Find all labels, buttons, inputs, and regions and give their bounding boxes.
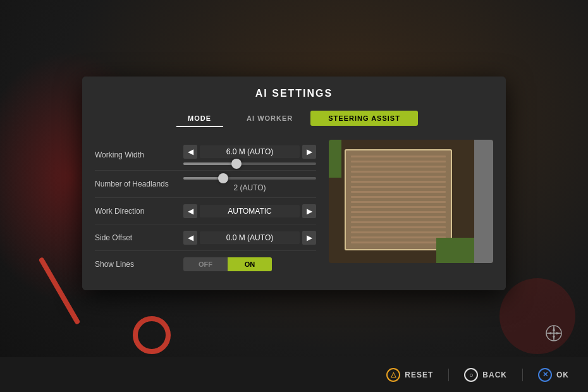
setting-row-work-direction: Work Direction ◀ AUTOMATIC ▶ bbox=[95, 198, 316, 224]
field-line-17 bbox=[351, 236, 446, 238]
setting-control-working-width: ◀ 6.0 M (AUTO) ▶ bbox=[183, 145, 316, 165]
field-line-15 bbox=[351, 226, 446, 228]
modal-body: Working Width ◀ 6.0 M (AUTO) ▶ bbox=[82, 133, 506, 290]
map-grass-topleft bbox=[329, 140, 341, 178]
setting-control-headlands: 2 (AUTO) bbox=[183, 176, 316, 192]
field-line-1 bbox=[351, 156, 446, 157]
setting-control-show-lines: OFF ON bbox=[183, 257, 316, 271]
divider-2 bbox=[522, 369, 523, 381]
setting-label-show-lines: Show Lines bbox=[95, 260, 183, 269]
arrow-left-icon: ◀ bbox=[188, 147, 193, 156]
tab-steering-assist[interactable]: STEERING ASSIST bbox=[310, 111, 418, 126]
map-preview bbox=[329, 140, 493, 263]
bottom-bar: △ RESET ○ BACK ✕ OK bbox=[0, 357, 588, 392]
back-action[interactable]: ○ BACK bbox=[464, 368, 507, 382]
reset-label: RESET bbox=[405, 371, 433, 379]
reset-icon: △ bbox=[386, 368, 400, 382]
slider-fill-working-width bbox=[183, 162, 236, 165]
arrow-right-icon-wd: ▶ bbox=[307, 207, 312, 216]
work-direction-increase-btn[interactable]: ▶ bbox=[302, 204, 316, 218]
field-line-3 bbox=[351, 166, 446, 168]
field-line-18 bbox=[351, 242, 446, 243]
triangle-symbol: △ bbox=[391, 371, 396, 379]
map-field bbox=[345, 149, 452, 250]
setting-row-headlands: Number of Headlands 2 (AUTO) bbox=[95, 171, 316, 198]
show-lines-on-btn[interactable]: ON bbox=[228, 257, 272, 271]
map-field-inner bbox=[351, 156, 446, 244]
reset-action[interactable]: △ RESET bbox=[386, 368, 433, 382]
ok-action[interactable]: ✕ OK bbox=[538, 368, 569, 382]
modal-title: AI SETTINGS bbox=[95, 88, 493, 99]
circle-symbol: ○ bbox=[469, 371, 474, 379]
setting-control-work-direction: ◀ AUTOMATIC ▶ bbox=[183, 204, 316, 218]
back-icon: ○ bbox=[464, 368, 478, 382]
field-line-9 bbox=[351, 196, 446, 198]
setting-row-working-width: Working Width ◀ 6.0 M (AUTO) ▶ bbox=[95, 140, 316, 171]
ok-label: OK bbox=[556, 371, 569, 379]
modal-overlay: AI SETTINGS MODE AI WORKER STEERING ASSI… bbox=[0, 0, 588, 392]
setting-label-work-direction: Work Direction bbox=[95, 207, 183, 216]
working-width-decrease-btn[interactable]: ◀ bbox=[183, 145, 197, 159]
field-line-12 bbox=[351, 211, 446, 213]
value-row-work-direction: ◀ AUTOMATIC ▶ bbox=[183, 204, 316, 218]
arrow-right-icon: ▶ bbox=[307, 147, 312, 156]
map-road bbox=[474, 140, 493, 263]
ok-icon: ✕ bbox=[538, 368, 552, 382]
side-offset-increase-btn[interactable]: ▶ bbox=[302, 231, 316, 245]
field-line-14 bbox=[351, 221, 446, 223]
cross-symbol: ✕ bbox=[542, 371, 548, 379]
ai-settings-modal: AI SETTINGS MODE AI WORKER STEERING ASSI… bbox=[82, 77, 506, 290]
setting-label-headlands: Number of Headlands bbox=[95, 180, 183, 188]
modal-header: AI SETTINGS bbox=[82, 77, 506, 106]
side-offset-value: 0.0 M (AUTO) bbox=[200, 231, 300, 244]
setting-label-side-offset: Side Offset bbox=[95, 233, 183, 242]
settings-panel: Working Width ◀ 6.0 M (AUTO) ▶ bbox=[95, 140, 329, 278]
tabs-row: MODE AI WORKER STEERING ASSIST bbox=[82, 106, 506, 133]
working-width-increase-btn[interactable]: ▶ bbox=[302, 145, 316, 159]
slider-fill-headlands bbox=[183, 177, 223, 180]
value-row-side-offset: ◀ 0.0 M (AUTO) ▶ bbox=[183, 231, 316, 245]
tab-ai-worker[interactable]: AI WORKER bbox=[229, 111, 310, 126]
setting-row-side-offset: Side Offset ◀ 0.0 M (AUTO) ▶ bbox=[95, 224, 316, 251]
field-lines bbox=[351, 156, 446, 244]
setting-label-working-width: Working Width bbox=[95, 150, 183, 159]
show-lines-off-btn[interactable]: OFF bbox=[183, 257, 228, 271]
field-line-5 bbox=[351, 176, 446, 178]
setting-control-side-offset: ◀ 0.0 M (AUTO) ▶ bbox=[183, 231, 316, 245]
work-direction-value: AUTOMATIC bbox=[200, 205, 300, 217]
working-width-value: 6.0 M (AUTO) bbox=[200, 145, 300, 158]
field-line-16 bbox=[351, 231, 446, 233]
divider-1 bbox=[448, 369, 449, 381]
slider-track-working-width bbox=[183, 162, 316, 165]
tab-mode[interactable]: MODE bbox=[170, 111, 229, 126]
field-line-6 bbox=[351, 181, 446, 183]
headlands-slider[interactable] bbox=[183, 177, 316, 180]
slider-track-headlands bbox=[183, 177, 316, 180]
headlands-value: 2 (AUTO) bbox=[183, 183, 316, 192]
field-line-13 bbox=[351, 216, 446, 218]
arrow-left-icon-so: ◀ bbox=[188, 233, 193, 242]
work-direction-decrease-btn[interactable]: ◀ bbox=[183, 204, 197, 218]
side-offset-decrease-btn[interactable]: ◀ bbox=[183, 231, 197, 245]
map-grass-bottomright bbox=[436, 238, 474, 263]
field-line-4 bbox=[351, 171, 446, 173]
field-line-2 bbox=[351, 161, 446, 162]
field-line-8 bbox=[351, 191, 446, 193]
setting-row-show-lines: Show Lines OFF ON bbox=[95, 251, 316, 278]
field-line-7 bbox=[351, 186, 446, 188]
field-line-11 bbox=[351, 206, 446, 208]
working-width-slider[interactable] bbox=[183, 162, 316, 165]
arrow-right-icon-so: ▶ bbox=[307, 233, 312, 242]
field-line-10 bbox=[351, 201, 446, 203]
slider-thumb-headlands bbox=[218, 173, 228, 183]
slider-thumb-working-width bbox=[231, 159, 242, 169]
show-lines-toggle: OFF ON bbox=[183, 257, 272, 271]
back-label: BACK bbox=[482, 371, 507, 379]
value-row-working-width: ◀ 6.0 M (AUTO) ▶ bbox=[183, 145, 316, 159]
arrow-left-icon-wd: ◀ bbox=[188, 207, 193, 216]
